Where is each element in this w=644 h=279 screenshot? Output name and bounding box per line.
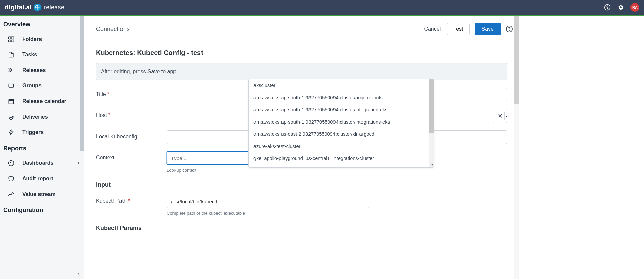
- sidebar-item-folders[interactable]: Folders: [0, 31, 84, 47]
- sidebar-item-triggers[interactable]: Triggers: [0, 125, 84, 140]
- test-button[interactable]: Test: [447, 23, 469, 35]
- gear-icon[interactable]: [617, 4, 624, 11]
- save-button[interactable]: Save: [475, 23, 501, 35]
- chevron-right-icon: [76, 161, 80, 165]
- triggers-icon: [7, 129, 15, 136]
- context-dropdown: aksclusterarn:aws:eks:ap-south-1:9327705…: [248, 79, 434, 168]
- svg-rect-7: [9, 84, 13, 87]
- config-heading: Kubernetes: Kubectl Config - test: [96, 49, 507, 57]
- sidebar-item-groups[interactable]: Groups: [0, 78, 84, 94]
- brand-name-2: release: [44, 4, 64, 11]
- chevron-down-icon[interactable]: ▾: [431, 163, 433, 167]
- sidebar-item-label: Release calendar: [22, 98, 66, 104]
- value-stream-icon: [7, 191, 15, 198]
- sidebar-item-audit-report[interactable]: Audit report: [0, 171, 84, 186]
- svg-point-11: [509, 30, 509, 31]
- sidebar-scrollbar-thumb[interactable]: [80, 16, 84, 151]
- context-option[interactable]: kubernetes-admin@kubernetes: [249, 164, 434, 167]
- section-kubectl-params: Kubectl Params: [96, 225, 507, 232]
- topbar-actions: RA: [603, 3, 639, 12]
- page-help-icon[interactable]: [506, 25, 513, 33]
- info-banner: After editing, press Save to app: [96, 63, 507, 80]
- close-icon: ✕: [498, 112, 503, 120]
- sidebar-item-label: Groups: [22, 83, 42, 89]
- cancel-button[interactable]: Cancel: [423, 23, 442, 35]
- sidebar-item-value-stream[interactable]: Value stream: [0, 186, 84, 202]
- groups-icon: [7, 82, 15, 90]
- context-option[interactable]: gke_apollo-playground_us-central1_integr…: [249, 152, 434, 164]
- kubectl-path-input[interactable]: [167, 195, 369, 208]
- deliveries-icon: [7, 113, 15, 121]
- sidebar-item-label: Tasks: [22, 52, 37, 58]
- tasks-icon: [7, 51, 15, 58]
- sidebar-section-reports: Reports: [0, 140, 84, 155]
- top-bar: digital.ai release RA: [0, 0, 644, 15]
- sidebar-item-label: Triggers: [22, 129, 44, 135]
- context-option[interactable]: arn:aws:eks:ap-south-1:932770550094:clus…: [249, 104, 434, 116]
- title-label: Title*: [96, 88, 167, 97]
- sidebar-item-label: Folders: [22, 36, 42, 42]
- page-header: Connections Cancel Test Save: [84, 16, 519, 43]
- sidebar-item-label: Releases: [22, 67, 46, 73]
- brand-badge-icon: [34, 4, 41, 11]
- sidebar-item-tasks[interactable]: Tasks: [0, 47, 84, 62]
- sidebar-item-dashboards[interactable]: Dashboards: [0, 155, 84, 171]
- sidebar-item-deliveries[interactable]: Deliveries: [0, 109, 84, 125]
- sidebar-item-label: Value stream: [22, 191, 56, 197]
- local-kubeconfig-label: Local Kubeconfig: [96, 130, 167, 140]
- context-option[interactable]: azure-aks-test-cluster: [249, 140, 434, 152]
- main-scrollbar-thumb[interactable]: [514, 16, 519, 104]
- page-title: Connections: [96, 26, 130, 33]
- context-option[interactable]: arn:aws:eks:us-east-2:932770550094:clust…: [249, 128, 434, 140]
- sidebar-section-overview: Overview: [0, 16, 84, 31]
- sidebar-item-label: Audit report: [22, 176, 53, 182]
- context-label: Context: [96, 151, 167, 161]
- brand-name-1: digital.ai: [5, 4, 32, 11]
- sidebar-section-configuration: Configuration: [0, 202, 84, 214]
- svg-rect-8: [9, 99, 13, 104]
- calendar-icon: [7, 98, 15, 105]
- context-helper: Lookup context: [167, 168, 369, 173]
- sidebar-item-releases[interactable]: Releases: [0, 62, 84, 78]
- dashboards-icon: [7, 159, 15, 167]
- context-option[interactable]: akscluster: [249, 79, 434, 92]
- dropdown-scrollbar-thumb[interactable]: [429, 79, 434, 133]
- user-avatar[interactable]: RA: [630, 3, 639, 12]
- brand-logo: digital.ai release: [5, 4, 64, 11]
- svg-point-2: [607, 9, 607, 9]
- main-scrollbar[interactable]: [514, 16, 519, 279]
- releases-icon: [7, 67, 15, 74]
- context-option[interactable]: arn:aws:eks:ap-south-1:932770550094:clus…: [249, 116, 434, 128]
- host-label: Host*: [96, 109, 167, 118]
- dropdown-scrollbar[interactable]: ▾: [429, 79, 434, 167]
- folders-icon: [7, 35, 15, 43]
- host-clear-button[interactable]: ✕ ▾: [493, 109, 507, 123]
- sidebar-item-release-calendar[interactable]: Release calendar: [0, 94, 84, 109]
- sidebar-item-label: Deliveries: [22, 114, 48, 120]
- help-icon[interactable]: [603, 4, 611, 11]
- chevron-down-icon: ▾: [506, 114, 507, 118]
- content-column: Connections Cancel Test Save Kubernetes:…: [84, 16, 519, 279]
- shield-icon: [7, 175, 15, 182]
- sidebar-item-label: Dashboards: [22, 160, 53, 166]
- svg-rect-6: [11, 40, 14, 42]
- svg-rect-4: [11, 37, 14, 39]
- context-dropdown-list: aksclusterarn:aws:eks:ap-south-1:9327705…: [249, 79, 434, 167]
- section-input: Input: [96, 181, 507, 188]
- kubectl-path-label: Kubectl Path*: [96, 195, 167, 204]
- sidebar: Overview Folders Tasks Releases Groups: [0, 16, 84, 279]
- svg-rect-5: [9, 40, 11, 42]
- sidebar-scrollbar[interactable]: [80, 16, 84, 279]
- context-option[interactable]: arn:aws:eks:ap-south-1:932770550094:clus…: [249, 92, 434, 104]
- svg-rect-3: [9, 37, 11, 39]
- kubectl-path-helper: Complete path of the kubectl executable: [167, 211, 369, 216]
- sidebar-collapse-icon[interactable]: [76, 272, 82, 278]
